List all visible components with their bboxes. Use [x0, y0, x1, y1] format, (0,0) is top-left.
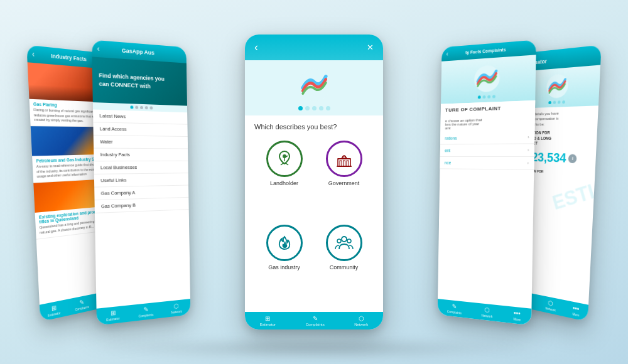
- phone5-footer-more[interactable]: ••• More: [572, 304, 580, 318]
- phone2-menu-item-8[interactable]: Gas Company B: [95, 198, 189, 213]
- phone5-dot-2: [553, 101, 556, 104]
- phone3-community-label: Community: [330, 264, 359, 270]
- phone4-footer-complaints[interactable]: ✎ Complaints: [447, 302, 462, 315]
- svg-point-11: [337, 239, 341, 243]
- phone5-info-icon[interactable]: i: [568, 154, 577, 164]
- phone4-dot-4: [492, 95, 495, 98]
- phone4-option-1-label: rations: [445, 136, 457, 141]
- phone2-dot-4: [145, 106, 148, 109]
- phone4-dot-3: [487, 95, 490, 99]
- phone4-chevron-2: ›: [528, 147, 529, 153]
- phone4-option-3[interactable]: nce ›: [440, 157, 534, 170]
- phone3-header: ‹ ✕: [245, 35, 383, 60]
- phone3-dot-5: [326, 106, 330, 110]
- phone3-logo-area: [245, 60, 383, 115]
- phone5-dots: [548, 100, 565, 104]
- phone2-menu-item-4[interactable]: Industry Facts: [94, 149, 188, 162]
- phone1-back-icon[interactable]: ‹: [32, 50, 35, 59]
- phone-complaints: ‹ ty Facts Complaints: [438, 40, 536, 325]
- phone4-screen: ‹ ty Facts Complaints: [438, 40, 536, 325]
- phone2-dot-3: [140, 106, 143, 109]
- phone3-grid-icon: ⊞: [265, 315, 270, 322]
- phone4-footer: ✎ Complaints ⬡ Network ••• More: [438, 299, 532, 325]
- phone5-dots-icon: •••: [573, 304, 580, 313]
- phone3-footer-complaints-label: Complaints: [306, 323, 325, 326]
- phone3-option-government[interactable]: Government: [317, 141, 371, 218]
- phone4-option-1[interactable]: rations ›: [440, 131, 534, 145]
- phone1-footer-estimator-label: Estimator: [48, 311, 60, 317]
- phone1-footer-estimator[interactable]: ⊞ Estimator: [47, 303, 60, 318]
- phone1-footer-complaints-label: Complaints: [75, 305, 89, 312]
- phone5-footer-more-label: More: [572, 312, 579, 317]
- phone2-footer: ⊞ Estimator ✎ Complaints ⬡ Network: [97, 299, 191, 325]
- phone4-footer-network[interactable]: ⬡ Network: [482, 306, 493, 318]
- phone2-back-icon[interactable]: ‹: [97, 44, 99, 53]
- phone1-edit-icon: ✎: [80, 298, 85, 306]
- svg-rect-5: [343, 161, 345, 166]
- phone2-dot-5: [149, 106, 153, 109]
- phone3-footer-network-label: Network: [354, 323, 368, 326]
- svg-rect-6: [347, 161, 349, 166]
- phone3-footer-network[interactable]: ⬡ Network: [354, 315, 368, 326]
- phone2-footer-complaints-label: Complaints: [138, 313, 153, 318]
- phone3-options: Landholder: [245, 134, 383, 312]
- phone4-desc-text: e choose an option thatbes the nature of…: [445, 118, 482, 130]
- phone2-menu-item-2[interactable]: Land Access: [93, 122, 187, 137]
- phone2-dot-2: [135, 106, 138, 109]
- phone2-menu-item-3[interactable]: Water: [94, 136, 188, 149]
- phone4-chevron-1: ›: [528, 134, 529, 140]
- phone1-title: Industry Facts: [51, 53, 87, 63]
- phone3-footer-complaints[interactable]: ✎ Complaints: [306, 315, 325, 326]
- phone3-footer-estimator[interactable]: ⊞ Estimator: [260, 315, 276, 326]
- phone2-hero: Find which agencies youcan CONNECT with: [92, 56, 187, 105]
- phone3-community-circle: [326, 225, 362, 261]
- phone2-menu-item-5[interactable]: Local Businesses: [94, 161, 188, 174]
- phone4-dot-2: [482, 95, 485, 99]
- svg-point-12: [347, 239, 351, 243]
- phone4-edit-icon: ✎: [452, 302, 457, 310]
- phone3-question: Which describes you best?: [245, 115, 383, 134]
- phone3-logo: [297, 68, 332, 102]
- phone2-footer-network[interactable]: ⬡ Network: [171, 302, 181, 314]
- phone3-option-community[interactable]: Community: [317, 225, 371, 302]
- phone-center: ‹ ✕: [245, 35, 383, 329]
- phone5-footer-network[interactable]: ⬡ Network: [545, 299, 556, 312]
- phone3-option-gas-industry[interactable]: Gas industry: [257, 225, 311, 302]
- phones-container: ‹ Industry Facts ⌕ Gas Flaring Flaring o…: [31, 19, 597, 345]
- svg-point-10: [342, 237, 347, 242]
- phone3-dots: [298, 106, 330, 110]
- phone-gasapp: ‹ GasApp Aus Find which agencies youcan …: [92, 40, 190, 325]
- phone5-footer-network-label: Network: [545, 306, 556, 312]
- phone4-option-3-label: nce: [445, 161, 451, 165]
- phone3-dot-4: [319, 106, 323, 110]
- phone4-footer-complaints-label: Complaints: [447, 309, 462, 314]
- phone4-complaint-desc: e choose an option thatbes the nature of…: [440, 114, 535, 133]
- phone2-footer-estimator-label: Estimator: [106, 316, 119, 322]
- phone3-dot-2: [305, 106, 310, 110]
- phone4-back-icon[interactable]: ‹: [447, 51, 448, 58]
- phone5-network-icon: ⬡: [548, 299, 554, 308]
- phone2-dot-1: [130, 105, 133, 109]
- phone4-chevron-3: ›: [527, 160, 529, 166]
- phone3-close-button[interactable]: ✕: [367, 43, 374, 52]
- phone2-footer-complaints[interactable]: ✎ Complaints: [138, 305, 153, 318]
- phone3-network-icon: ⬡: [359, 315, 364, 322]
- phone4-footer-more[interactable]: ••• More: [513, 309, 521, 322]
- phone3-government-circle: [326, 141, 362, 177]
- phone1-footer-complaints[interactable]: ✎ Complaints: [75, 297, 89, 311]
- phone4-network-icon: ⬡: [484, 306, 490, 314]
- phone3-back-button[interactable]: ‹: [254, 41, 258, 54]
- phone2-grid-icon: ⊞: [111, 309, 116, 317]
- phone3-footer-estimator-label: Estimator: [260, 323, 276, 326]
- phones-shadow: [94, 339, 534, 358]
- phone5-dot-1: [548, 101, 551, 104]
- phone3-option-landholder[interactable]: Landholder: [257, 141, 311, 218]
- phone2-footer-estimator[interactable]: ⊞ Estimator: [106, 309, 120, 322]
- svg-rect-4: [340, 161, 342, 166]
- phone4-footer-more-label: More: [513, 317, 521, 321]
- phone2-network-icon: ⬡: [174, 302, 179, 310]
- phone5-dot-4: [562, 100, 565, 104]
- phone4-dots: [478, 95, 495, 99]
- phone4-option-2[interactable]: ent ›: [440, 144, 534, 157]
- phone4-footer-network-label: Network: [482, 313, 493, 318]
